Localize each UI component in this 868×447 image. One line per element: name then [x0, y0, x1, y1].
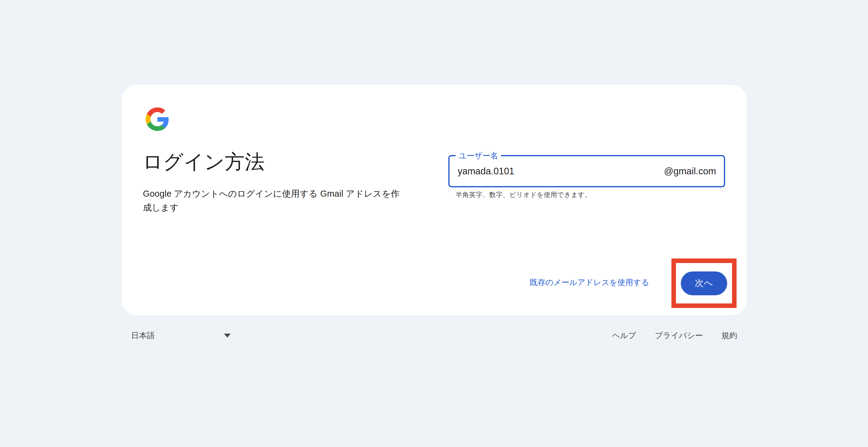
page-description-line2: 成します — [143, 201, 400, 214]
gmail-domain-suffix: @gmail.com — [664, 166, 724, 177]
chevron-down-icon — [224, 334, 230, 337]
username-field[interactable]: ユーザー名 @gmail.com — [448, 155, 725, 187]
username-field-label: ユーザー名 — [456, 151, 501, 160]
language-selector-value: 日本語 — [131, 330, 155, 341]
page-title: ログイン方法 — [143, 150, 265, 173]
google-logo-icon — [146, 108, 169, 131]
use-existing-email-link[interactable]: 既存のメールアドレスを使用する — [530, 277, 649, 288]
username-helper-text: 半角英字、数字、ピリオドを使用できます。 — [456, 190, 592, 199]
next-button[interactable]: 次へ — [681, 271, 727, 295]
signup-card: ログイン方法 Google アカウントへのログインに使用する Gmail アドレ… — [122, 85, 747, 315]
footer-link-help[interactable]: ヘルプ — [612, 330, 636, 341]
page-description: Google アカウントへのログインに使用する Gmail アドレスを作 成しま… — [143, 187, 400, 214]
footer-links: ヘルプ プライバシー 規約 — [612, 329, 737, 342]
footer-link-terms[interactable]: 規約 — [721, 330, 737, 341]
footer-link-privacy[interactable]: プライバシー — [655, 330, 703, 341]
google-signup-page: { "page": { "background_color": "#eff2f6… — [0, 0, 868, 447]
language-selector[interactable]: 日本語 — [131, 329, 230, 342]
annotation-highlight-box: 次へ — [672, 259, 737, 308]
username-input[interactable] — [450, 166, 664, 177]
page-description-line1: Google アカウントへのログインに使用する Gmail アドレスを作 — [143, 187, 400, 201]
